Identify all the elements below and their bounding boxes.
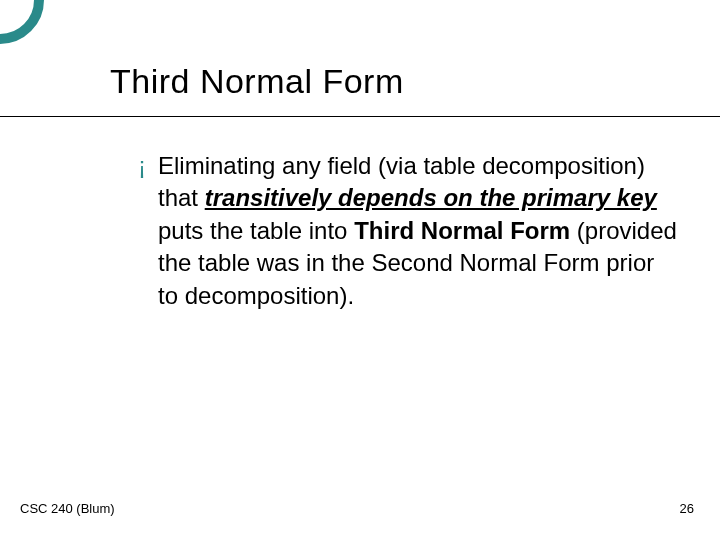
decorative-ring-icon <box>0 0 44 44</box>
title-underline <box>0 116 720 117</box>
bullet-item: ¡ Eliminating any field (via table decom… <box>138 150 678 312</box>
bullet-text: Eliminating any field (via table decompo… <box>158 150 678 312</box>
footer-page-number: 26 <box>680 501 694 516</box>
footer-course: CSC 240 (Blum) <box>20 501 115 516</box>
bullet-emphasis: transitively depends on the primary key <box>205 184 657 211</box>
bullet-marker-icon: ¡ <box>138 150 146 182</box>
slide-title: Third Normal Form <box>110 62 404 101</box>
bullet-part2: puts the table into <box>158 217 354 244</box>
bullet-bold: Third Normal Form <box>354 217 570 244</box>
content-area: ¡ Eliminating any field (via table decom… <box>138 150 678 312</box>
